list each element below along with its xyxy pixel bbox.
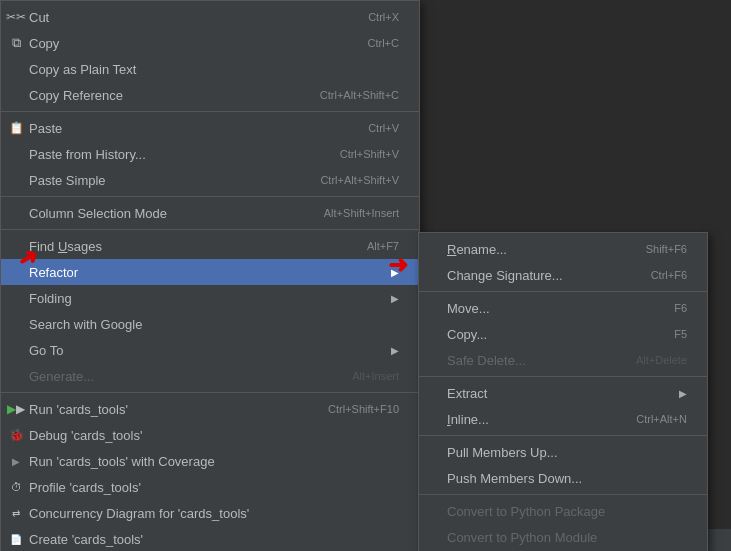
go-to-icon bbox=[7, 341, 25, 359]
menu-item-cut[interactable]: ✂ Cut Ctrl+X bbox=[1, 4, 419, 30]
run-icon: ▶ bbox=[7, 400, 25, 418]
menu-label-paste: Paste bbox=[29, 121, 338, 136]
menu-item-refactor[interactable]: Refactor ▶ bbox=[1, 259, 419, 285]
menu-item-profile[interactable]: ⏱ Profile 'cards_tools' bbox=[1, 474, 419, 500]
submenu-label-pull-up: Pull Members Up... bbox=[447, 445, 687, 460]
submenu-label-safe-delete: Safe Delete... bbox=[447, 353, 606, 368]
submenu-label-extract: Extract bbox=[447, 386, 671, 401]
submenu-item-move[interactable]: Move... F6 bbox=[419, 295, 707, 321]
menu-item-go-to[interactable]: Go To ▶ bbox=[1, 337, 419, 363]
submenu-arrow-folding: ▶ bbox=[391, 293, 399, 304]
menu-item-copy-ref[interactable]: Copy Reference Ctrl+Alt+Shift+C bbox=[1, 82, 419, 108]
context-menu-wrapper: ✂ Cut Ctrl+X ⧉ Copy Ctrl+C Copy as Plain… bbox=[0, 0, 731, 551]
menu-item-run[interactable]: ▶ Run 'cards_tools' Ctrl+Shift+F10 bbox=[1, 396, 419, 422]
concurrency-icon: ⇄ bbox=[7, 504, 25, 522]
menu-label-copy-ref: Copy Reference bbox=[29, 88, 290, 103]
folding-icon bbox=[7, 289, 25, 307]
menu-shortcut-cut: Ctrl+X bbox=[368, 11, 399, 23]
submenu-separator-4 bbox=[419, 494, 707, 495]
menu-shortcut-copy: Ctrl+C bbox=[368, 37, 399, 49]
submenu-item-extract[interactable]: Extract ▶ bbox=[419, 380, 707, 406]
copy-plain-icon bbox=[7, 60, 25, 78]
run-coverage-icon: ▶ bbox=[7, 452, 25, 470]
submenu-label-convert-module: Convert to Python Module bbox=[447, 530, 687, 545]
submenu-label-change-sig: Change Signature... bbox=[447, 268, 621, 283]
menu-item-copy-plain[interactable]: Copy as Plain Text bbox=[1, 56, 419, 82]
submenu-shortcut-move: F6 bbox=[674, 302, 687, 314]
submenu-separator-3 bbox=[419, 435, 707, 436]
column-selection-icon bbox=[7, 204, 25, 222]
submenu-label-move: Move... bbox=[447, 301, 644, 316]
menu-label-create: Create 'cards_tools' bbox=[29, 532, 399, 547]
submenu-separator-1 bbox=[419, 291, 707, 292]
submenu-item-convert-package[interactable]: Convert to Python Package bbox=[419, 498, 707, 524]
menu-label-copy: Copy bbox=[29, 36, 338, 51]
menu-label-profile: Profile 'cards_tools' bbox=[29, 480, 399, 495]
submenu-arrow-extract: ▶ bbox=[679, 388, 687, 399]
menu-separator-4 bbox=[1, 392, 419, 393]
menu-label-cut: Cut bbox=[29, 10, 338, 25]
copy-icon: ⧉ bbox=[7, 34, 25, 52]
menu-label-paste-history: Paste from History... bbox=[29, 147, 310, 162]
menu-label-debug: Debug 'cards_tools' bbox=[29, 428, 399, 443]
generate-icon bbox=[7, 367, 25, 385]
menu-shortcut-column-selection: Alt+Shift+Insert bbox=[324, 207, 399, 219]
submenu-shortcut-safe-delete: Alt+Delete bbox=[636, 354, 687, 366]
menu-item-concurrency[interactable]: ⇄ Concurrency Diagram for 'cards_tools' bbox=[1, 500, 419, 526]
context-menu: ✂ Cut Ctrl+X ⧉ Copy Ctrl+C Copy as Plain… bbox=[0, 0, 420, 551]
submenu-item-change-sig[interactable]: Change Signature... Ctrl+F6 bbox=[419, 262, 707, 288]
submenu-item-inline[interactable]: Inline... Ctrl+Alt+N bbox=[419, 406, 707, 432]
menu-item-create[interactable]: 📄 Create 'cards_tools' bbox=[1, 526, 419, 551]
menu-label-column-selection: Column Selection Mode bbox=[29, 206, 294, 221]
menu-label-copy-plain: Copy as Plain Text bbox=[29, 62, 399, 77]
submenu-arrow-go-to: ▶ bbox=[391, 345, 399, 356]
submenu-shortcut-change-sig: Ctrl+F6 bbox=[651, 269, 687, 281]
menu-label-search-google: Search with Google bbox=[29, 317, 399, 332]
menu-item-column-selection[interactable]: Column Selection Mode Alt+Shift+Insert bbox=[1, 200, 419, 226]
menu-label-run-coverage: Run 'cards_tools' with Coverage bbox=[29, 454, 399, 469]
menu-item-paste[interactable]: 📋 Paste Ctrl+V bbox=[1, 115, 419, 141]
submenu-shortcut-copy: F5 bbox=[674, 328, 687, 340]
paste-simple-icon bbox=[7, 171, 25, 189]
menu-item-generate[interactable]: Generate... Alt+Insert bbox=[1, 363, 419, 389]
menu-item-paste-history[interactable]: Paste from History... Ctrl+Shift+V bbox=[1, 141, 419, 167]
menu-item-copy[interactable]: ⧉ Copy Ctrl+C bbox=[1, 30, 419, 56]
submenu-item-copy[interactable]: Copy... F5 bbox=[419, 321, 707, 347]
menu-label-concurrency: Concurrency Diagram for 'cards_tools' bbox=[29, 506, 399, 521]
submenu-shortcut-rename: Shift+F6 bbox=[646, 243, 687, 255]
submenu-shortcut-inline: Ctrl+Alt+N bbox=[636, 413, 687, 425]
menu-item-paste-simple[interactable]: Paste Simple Ctrl+Alt+Shift+V bbox=[1, 167, 419, 193]
debug-icon: 🐞 bbox=[7, 426, 25, 444]
menu-label-find-usages: Find Usages bbox=[29, 239, 337, 254]
menu-item-find-usages[interactable]: Find Usages Alt+F7 bbox=[1, 233, 419, 259]
submenu-item-push-down[interactable]: Push Members Down... bbox=[419, 465, 707, 491]
menu-item-debug[interactable]: 🐞 Debug 'cards_tools' bbox=[1, 422, 419, 448]
submenu-label-inline: Inline... bbox=[447, 412, 606, 427]
submenu-item-convert-module[interactable]: Convert to Python Module bbox=[419, 524, 707, 550]
paste-icon: 📋 bbox=[7, 119, 25, 137]
submenu-label-convert-package: Convert to Python Package bbox=[447, 504, 687, 519]
submenu-label-rename: Rename... bbox=[447, 242, 616, 257]
menu-item-folding[interactable]: Folding ▶ bbox=[1, 285, 419, 311]
submenu-label-push-down: Push Members Down... bbox=[447, 471, 687, 486]
submenu-item-pull-up[interactable]: Pull Members Up... bbox=[419, 439, 707, 465]
menu-label-folding: Folding bbox=[29, 291, 383, 306]
arrow-2: ➜ bbox=[388, 253, 408, 277]
menu-label-run: Run 'cards_tools' bbox=[29, 402, 298, 417]
profile-icon: ⏱ bbox=[7, 478, 25, 496]
menu-item-search-google[interactable]: Search with Google bbox=[1, 311, 419, 337]
menu-separator-1 bbox=[1, 111, 419, 112]
submenu-item-rename[interactable]: Rename... Shift+F6 bbox=[419, 236, 707, 262]
submenu-item-safe-delete[interactable]: Safe Delete... Alt+Delete bbox=[419, 347, 707, 373]
menu-shortcut-run: Ctrl+Shift+F10 bbox=[328, 403, 399, 415]
submenu-label-copy: Copy... bbox=[447, 327, 644, 342]
menu-shortcut-generate: Alt+Insert bbox=[352, 370, 399, 382]
menu-item-run-coverage[interactable]: ▶ Run 'cards_tools' with Coverage bbox=[1, 448, 419, 474]
refactor-submenu: Rename... Shift+F6 Change Signature... C… bbox=[418, 232, 708, 551]
menu-shortcut-copy-ref: Ctrl+Alt+Shift+C bbox=[320, 89, 399, 101]
menu-label-go-to: Go To bbox=[29, 343, 383, 358]
paste-history-icon bbox=[7, 145, 25, 163]
menu-label-paste-simple: Paste Simple bbox=[29, 173, 290, 188]
cut-icon: ✂ bbox=[7, 8, 25, 26]
menu-label-refactor: Refactor bbox=[29, 265, 383, 280]
